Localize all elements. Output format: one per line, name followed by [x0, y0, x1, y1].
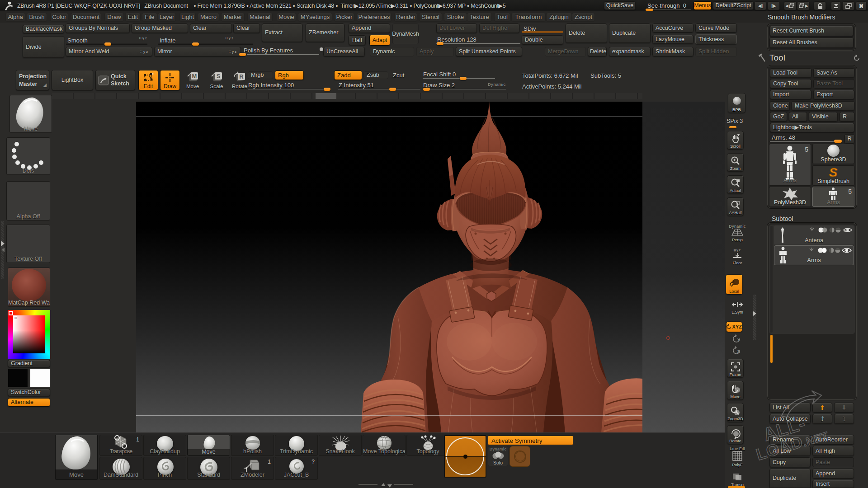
- svg-text:S: S: [217, 73, 221, 80]
- svg-text:Y: Y: [737, 338, 740, 342]
- svg-text:Z: Z: [737, 349, 740, 354]
- svg-text:S: S: [829, 166, 838, 178]
- svg-text:M: M: [192, 73, 197, 80]
- svg-text:R: R: [239, 73, 244, 80]
